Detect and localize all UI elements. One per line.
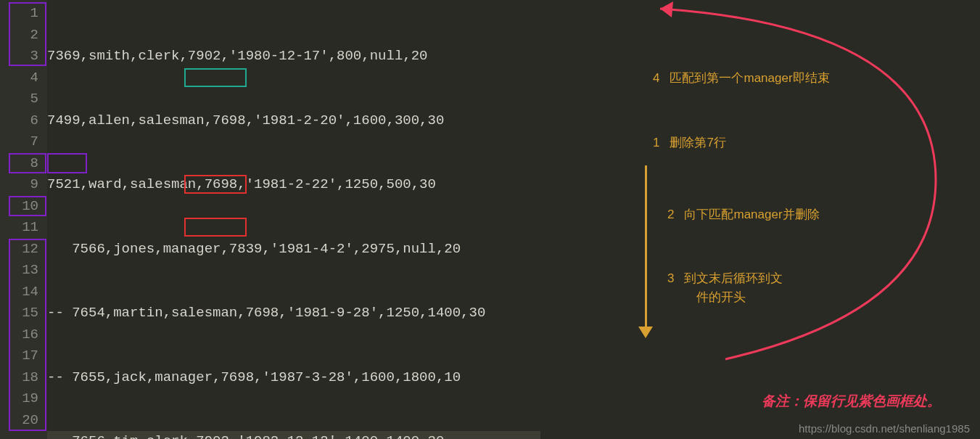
line-number: 15	[0, 303, 38, 324]
code-line: 7521,ward,salesman,7698,'1981-2-22',1250…	[47, 174, 540, 196]
code-line: 7369,smith,clerk,7902,'1980-12-17',800,n…	[47, 46, 540, 67]
code-editor: 1 2 3 4 5 6 7 8 9 10 11 12 13 14 15 16 1…	[0, 0, 631, 439]
code-line: -- 7654,martin,salesman,7698,'1981-9-28'…	[47, 303, 540, 324]
line-number: 9	[0, 174, 38, 196]
annotation-text: 匹配到第一个manager即结束	[670, 71, 829, 85]
annotation-num: 3	[667, 271, 674, 285]
svg-marker-0	[660, 1, 673, 17]
code-line: -- 7655,jack,manager,7698,'1987-3-28',16…	[47, 367, 540, 389]
line-number-gutter: 1 2 3 4 5 6 7 8 9 10 11 12 13 14 15 16 1…	[0, 0, 47, 439]
remark-text: 备注：保留行见紫色画框处。	[762, 392, 941, 411]
line-number: 17	[0, 345, 38, 367]
annotation-text: 到文末后循环到文	[684, 271, 783, 285]
annotation-3b: 件的开头	[696, 289, 746, 305]
line-number: 13	[0, 260, 38, 282]
code-line: 7566,jones,manager,7839,'1981-4-2',2975,…	[47, 239, 540, 260]
watermark-url: https://blog.csdn.net/shenliang1985	[799, 422, 970, 435]
annotation-text: 件的开头	[696, 290, 746, 304]
annotation-text: 向下匹配manager并删除	[684, 208, 819, 221]
code-area[interactable]: 7369,smith,clerk,7902,'1980-12-17',800,n…	[47, 0, 540, 439]
annotation-text: 删除第7行	[670, 136, 725, 149]
line-number: 1	[0, 3, 38, 25]
line-number: 19	[0, 388, 38, 410]
annotation-3: 3到文末后循环到文	[667, 270, 783, 287]
line-number: 6	[0, 110, 38, 132]
code-text: 7656,tim,clerk,7902,'1982-12-12',1400,14…	[47, 433, 444, 439]
code-line-current: 7656,tim,clerk,7902,'1982-12-12',1400,14…	[47, 431, 540, 439]
annotation-num: 1	[653, 136, 659, 149]
line-number: 11	[0, 217, 38, 239]
red-curve-arrow-icon	[631, 0, 958, 383]
line-number: 4	[0, 67, 38, 89]
annotation-num: 4	[653, 71, 659, 85]
line-number: 7	[0, 131, 38, 153]
annotation-2: 2向下匹配manager并删除	[667, 206, 820, 223]
annotation-4: 4匹配到第一个manager即结束	[653, 70, 830, 86]
arrow-down-icon	[645, 165, 647, 331]
line-number: 2	[0, 25, 38, 46]
line-number: 3	[0, 46, 38, 67]
annotation-num: 2	[667, 208, 674, 221]
line-number: 5	[0, 89, 38, 110]
arrow-down-head-icon	[638, 327, 653, 338]
annotation-1: 1删除第7行	[653, 134, 726, 151]
line-number: 18	[0, 367, 38, 389]
line-number: 20	[0, 410, 38, 432]
code-line: 7499,allen,salesman,7698,'1981-2-20',160…	[47, 110, 540, 132]
line-number: 14	[0, 282, 38, 303]
line-number: 8	[0, 153, 38, 175]
line-number: 10	[0, 196, 38, 218]
line-number: 12	[0, 239, 38, 260]
line-number: 16	[0, 324, 38, 346]
